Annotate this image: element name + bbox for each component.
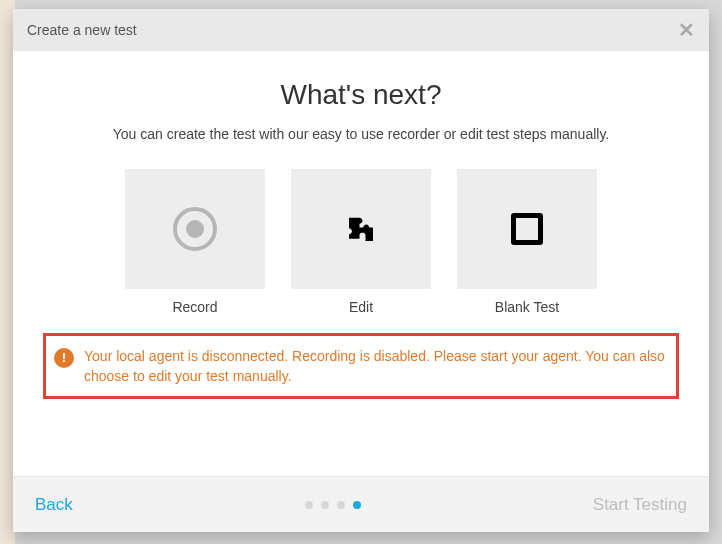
step-dot-3 — [337, 501, 345, 509]
option-edit[interactable]: Edit — [291, 169, 431, 315]
option-edit-tile — [291, 169, 431, 289]
step-dot-1 — [305, 501, 313, 509]
page-heading: What's next? — [43, 79, 679, 111]
create-test-dialog: Create a new test ✕ What's next? You can… — [13, 9, 709, 532]
dialog-footer: Back Start Testing — [13, 476, 709, 532]
step-dot-2 — [321, 501, 329, 509]
option-blank-tile — [457, 169, 597, 289]
option-row: Record Edit Blank Test — [43, 169, 679, 315]
warning-icon: ! — [54, 348, 74, 368]
dialog-title: Create a new test — [27, 22, 137, 38]
option-blank-label: Blank Test — [495, 299, 559, 315]
page-subtitle: You can create the test with our easy to… — [101, 125, 621, 145]
option-edit-label: Edit — [349, 299, 373, 315]
puzzle-icon — [343, 211, 379, 247]
warning-banner: ! Your local agent is disconnected. Reco… — [43, 333, 679, 400]
option-blank[interactable]: Blank Test — [457, 169, 597, 315]
record-icon — [173, 207, 217, 251]
step-dot-4 — [353, 501, 361, 509]
step-indicator — [305, 501, 361, 509]
square-icon — [511, 213, 543, 245]
back-button[interactable]: Back — [35, 495, 73, 515]
start-testing-button[interactable]: Start Testing — [593, 495, 687, 515]
dialog-body: What's next? You can create the test wit… — [13, 51, 709, 476]
warning-text: Your local agent is disconnected. Record… — [84, 346, 668, 387]
close-icon[interactable]: ✕ — [678, 20, 695, 40]
option-record[interactable]: Record — [125, 169, 265, 315]
dialog-header: Create a new test ✕ — [13, 9, 709, 51]
option-record-label: Record — [172, 299, 217, 315]
app-backdrop: Create a new test ✕ What's next? You can… — [0, 0, 722, 544]
option-record-tile — [125, 169, 265, 289]
